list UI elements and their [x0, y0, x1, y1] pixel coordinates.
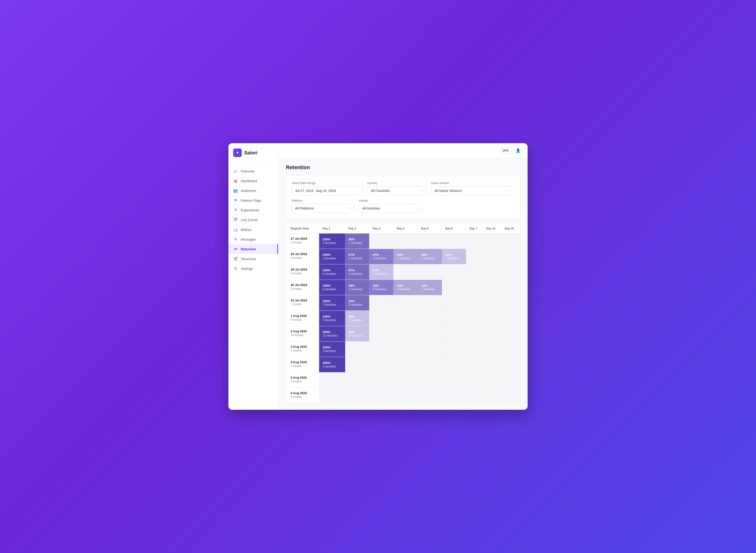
top-bar: UTC 👤: [278, 143, 528, 158]
empty-cell: [319, 373, 345, 388]
user-icon[interactable]: 👤: [514, 147, 522, 154]
cell-pct: 100%: [322, 238, 342, 242]
live-events-icon: 📅: [233, 218, 238, 222]
country-group: Country All Countries: [367, 181, 427, 195]
colored-cell: 33% 1 Identities: [394, 249, 418, 264]
table-row: 30 Jul 2024 8 Installs 100% 8 Identities…: [286, 280, 520, 295]
day-cell-7-0: 100% 3 Identities: [319, 341, 345, 357]
sidebar-label-dashboard: Dashboard: [241, 179, 257, 183]
empty-cell: [483, 341, 501, 357]
colored-cell: 10% 1 Identities: [345, 326, 369, 341]
empty-cell: [369, 341, 393, 357]
colored-cell: 100% 7 Identities: [319, 295, 345, 310]
cell-id: 2 Identities: [373, 288, 390, 291]
day-cell-2-0: 100% 6 Identities: [319, 264, 345, 280]
day-cell-3-8: [501, 280, 520, 295]
cell-pct: 13%: [397, 284, 414, 288]
col-day-7: Day 7: [466, 224, 483, 234]
empty-cell: [319, 388, 345, 403]
empty-cell: [442, 388, 466, 403]
activity-select-wrapper: All Activities: [359, 204, 422, 213]
date-range-input[interactable]: [292, 186, 363, 195]
sidebar-item-audiences[interactable]: 👥 Audiences: [228, 186, 278, 195]
cell-pct: 100%: [322, 330, 342, 334]
register-date-cell: 5 Aug 2024 0 Installs: [286, 373, 319, 388]
cell-pct: 20%: [349, 315, 366, 319]
sidebar-item-metrics[interactable]: 📊 Metrics: [228, 225, 278, 234]
day-cell-2-8: [501, 264, 520, 280]
register-date-cell: 29 Jul 2024 6 Installs: [286, 264, 319, 280]
cell-id: 7 Identities: [322, 303, 342, 306]
filter-row-2: Platform All Platforms Activity All Acti…: [292, 199, 514, 213]
sidebar-item-experiments[interactable]: ⚗ Experiments: [228, 205, 278, 215]
empty-cell: [345, 357, 369, 372]
sidebar-item-live-events[interactable]: 📅 Live Events: [228, 215, 278, 225]
day-cell-6-5: [442, 326, 466, 341]
empty-cell: [442, 341, 466, 357]
empty-cell: [501, 264, 520, 280]
activity-select[interactable]: All Activities: [359, 204, 422, 213]
colored-cell: 100% 10 Identities: [319, 326, 345, 341]
sidebar-item-settings[interactable]: ⚙ Settings: [228, 264, 278, 273]
empty-cell: [483, 357, 501, 372]
day-cell-10-0: [319, 388, 345, 403]
empty-cell: [466, 373, 483, 388]
game-version-select[interactable]: All Game Versions: [431, 186, 514, 195]
day-cell-5-6: [466, 311, 483, 326]
cell-pct: 38%: [349, 284, 366, 288]
sidebar-item-feature-flags[interactable]: ⚑ Feature Flags: [228, 195, 278, 205]
country-label: Country: [367, 181, 427, 185]
empty-cell: [483, 234, 501, 249]
empty-cell: [442, 280, 466, 295]
empty-cell: [442, 295, 466, 310]
sidebar-item-overview[interactable]: ◎ Overview: [228, 166, 278, 176]
empty-cell: [442, 373, 466, 388]
day-cell-9-4: [418, 373, 442, 388]
empty-cell: [418, 357, 442, 372]
empty-cell: [442, 264, 466, 280]
sidebar-item-taxonomy[interactable]: 🌿 Taxonomy: [228, 254, 278, 264]
installs-text: 5 Installs: [291, 318, 316, 321]
empty-cell: [466, 234, 483, 249]
empty-cell: [394, 341, 418, 357]
installs-text: 3 Installs: [291, 349, 316, 352]
date-text: 4 Aug 2024: [291, 360, 316, 364]
installs-text: 3 Installs: [291, 256, 316, 260]
sidebar-item-retention[interactable]: ↩ Retention: [228, 244, 278, 254]
game-version-select-wrapper: All Game Versions: [431, 186, 514, 195]
sidebar-item-dashboard[interactable]: ▦ Dashboard: [228, 176, 278, 186]
installs-text: 3 Installs: [291, 365, 316, 368]
colored-cell: 100% 8 Identities: [319, 280, 345, 295]
colored-cell: 67% 2 Identities: [345, 249, 369, 264]
empty-cell: [483, 280, 501, 295]
cell-pct: 100%: [322, 253, 342, 257]
colored-cell: 13% 1 Identities: [394, 280, 418, 295]
cell-id: 1 Identities: [421, 257, 439, 260]
day-cell-0-3: [393, 234, 418, 249]
date-text: 27 Jul 2024: [291, 237, 316, 240]
installs-text: 8 Installs: [291, 287, 316, 291]
empty-cell: [501, 280, 520, 295]
empty-cell: [501, 373, 520, 388]
empty-cell: [483, 373, 501, 388]
day-cell-9-6: [466, 373, 483, 388]
empty-cell: [501, 311, 520, 326]
col-day-5: Day 5: [418, 224, 442, 234]
cell-id: 3 Identities: [322, 365, 342, 368]
day-cell-9-7: [483, 373, 501, 388]
empty-cell: [418, 341, 442, 357]
logo-area: ✦ Satori: [228, 143, 278, 162]
empty-cell: [394, 373, 418, 388]
day-cell-6-3: [393, 326, 418, 341]
country-select[interactable]: All Countries: [367, 186, 427, 195]
day-cell-5-3: [393, 311, 418, 326]
day-cell-9-2: [369, 373, 393, 388]
table-row: 3 Aug 2024 3 Installs 100% 3 Identities: [286, 341, 520, 357]
sidebar-item-messages[interactable]: ✉ Messages: [228, 234, 278, 244]
cell-pct: 67%: [349, 268, 366, 272]
platform-select[interactable]: All Platforms: [292, 204, 355, 213]
day-cell-0-8: [501, 234, 520, 249]
sidebar-nav: ◎ Overview▦ Dashboard👥 Audiences⚑ Featur…: [228, 162, 278, 410]
empty-cell: [501, 388, 520, 403]
utc-button[interactable]: UTC: [500, 148, 511, 153]
